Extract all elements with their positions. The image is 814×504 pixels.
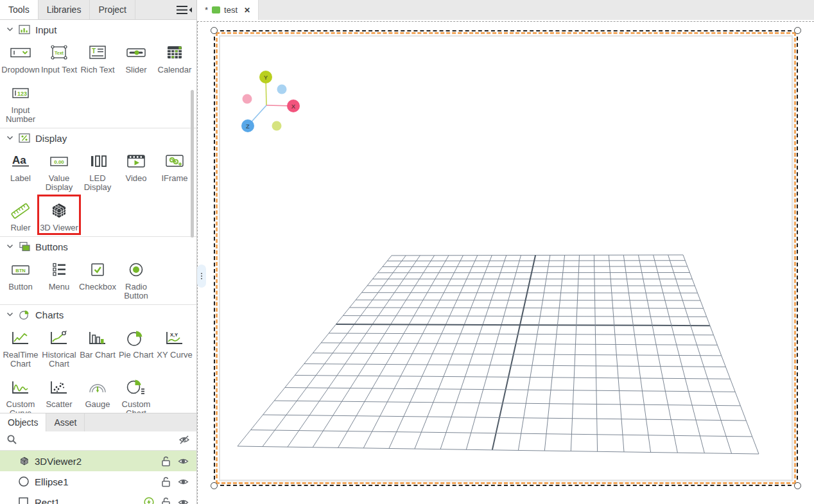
scrollbar-thumb[interactable]: [191, 90, 194, 238]
tool-3d-viewer[interactable]: 3D Viewer: [40, 197, 78, 232]
tool-label: Video: [125, 174, 146, 183]
panel-splitter-handle[interactable]: [197, 265, 206, 288]
svg-text:0.00: 0.00: [54, 159, 64, 165]
tool-label: Input Number: [1, 106, 40, 124]
objects-tabbar: Objects Asset: [0, 413, 196, 431]
tool-bar-chart[interactable]: Bar Chart: [78, 324, 117, 369]
lock-open-icon[interactable]: [161, 476, 171, 487]
section-display: DisplayAaLabel0.00Value DisplayLED Displ…: [0, 128, 196, 237]
buttons-section-icon: [19, 241, 30, 252]
svg-text:Text: Text: [55, 51, 64, 55]
page-boundary-top: [197, 21, 814, 22]
eye-icon[interactable]: [178, 498, 189, 504]
tool-label: XY Curve: [157, 351, 192, 360]
tool-led-display[interactable]: LED Display: [78, 148, 117, 192]
xy-curve-icon: X,Y: [163, 328, 186, 347]
tool-historical-chart[interactable]: Historical Chart: [40, 324, 78, 369]
tool-pie-chart[interactable]: Pie Chart: [117, 324, 155, 369]
tool-label: RealTime Chart: [1, 351, 40, 369]
tool-label: Slider: [125, 65, 146, 74]
resize-handle-bottom-right[interactable]: [794, 482, 801, 489]
resize-handle-bottom-left[interactable]: [211, 482, 218, 489]
tool-ruler[interactable]: Ruler: [1, 197, 40, 232]
chevron-down-icon[interactable]: [6, 244, 13, 249]
resize-handle-top-right[interactable]: [794, 27, 801, 34]
display-section-icon: [19, 133, 30, 143]
chevron-down-icon[interactable]: [6, 135, 13, 141]
tool-custom-chart[interactable]: Custom Chart: [117, 374, 155, 418]
dropdown-icon: [10, 43, 31, 62]
tool-label: IFrame: [161, 174, 187, 183]
object-row-rect1[interactable]: Rect1: [0, 492, 196, 504]
eye-icon[interactable]: [178, 478, 189, 486]
scatter-icon: [48, 378, 71, 397]
hide-all-eye-slash-icon[interactable]: [178, 435, 190, 447]
editor-tab-label: test: [224, 5, 238, 15]
input-section-icon: [19, 24, 30, 35]
editor-tab-test[interactable]: * test ✕: [197, 0, 259, 20]
tool-xy-curve[interactable]: X,YXY Curve: [155, 324, 194, 369]
tab-libraries[interactable]: Libraries: [39, 0, 91, 19]
historical-chart-icon: [48, 328, 71, 347]
eye-icon[interactable]: [178, 457, 189, 465]
panel-tabbar: Tools Libraries Project: [0, 0, 196, 20]
gauge-icon: [86, 378, 109, 397]
section-charts: ChartsRealTime ChartHistorical ChartBar …: [0, 305, 196, 422]
tool-rich-text[interactable]: TRich Text: [78, 39, 117, 74]
tool-gauge[interactable]: Gauge: [78, 374, 117, 418]
lock-open-icon[interactable]: [161, 456, 171, 467]
section-buttons: ButtonsBTNButtonMenuCheckboxRadio Button: [0, 237, 196, 305]
tool-custom-curve[interactable]: Custom Curve: [1, 374, 40, 418]
tool-iframe[interactable]: IFrame: [155, 148, 194, 192]
tools-palette: InputDropdownTextInput TextTRich TextSli…: [0, 20, 196, 422]
objects-search-input[interactable]: [22, 436, 173, 446]
tool-radio-button[interactable]: Radio Button: [117, 256, 155, 300]
cube-icon: [48, 201, 70, 220]
tool-calendar[interactable]: Calendar: [155, 39, 194, 74]
tool-dropdown[interactable]: Dropdown: [1, 39, 40, 74]
tool-label: Dropdown: [1, 65, 39, 74]
panel-toggle-icon[interactable]: [176, 4, 193, 16]
tool-realtime-chart[interactable]: RealTime Chart: [1, 324, 40, 369]
tool-label: Rich Text: [80, 65, 114, 74]
radio-icon: [125, 260, 147, 279]
section-input: InputDropdownTextInput TextTRich TextSli…: [0, 20, 196, 128]
chevron-down-icon[interactable]: [6, 27, 13, 32]
app-window: Tools Libraries Project InputDropdownTex…: [0, 0, 814, 504]
value-display-icon: 0.00: [48, 152, 70, 171]
tool-slider[interactable]: Slider: [117, 39, 155, 74]
tool-checkbox[interactable]: Checkbox: [78, 256, 117, 300]
lock-open-icon[interactable]: [161, 497, 171, 504]
drag-dots-icon: [201, 273, 202, 279]
tab-tools[interactable]: Tools: [0, 0, 39, 19]
ellipse-icon: [18, 476, 30, 487]
tool-input-text[interactable]: TextInput Text: [40, 39, 78, 74]
tab-asset[interactable]: Asset: [46, 413, 85, 431]
tool-label: Historical Chart: [40, 351, 78, 369]
svg-text:X,Y: X,Y: [170, 332, 178, 338]
tool-value-display[interactable]: 0.00Value Display: [40, 148, 78, 192]
tool-scatter[interactable]: Scatter: [40, 374, 78, 418]
view-icon: [212, 6, 220, 13]
editor-tabbar: * test ✕: [197, 0, 814, 20]
close-tab-icon[interactable]: ✕: [244, 6, 250, 15]
tab-project[interactable]: Project: [90, 0, 135, 19]
resize-handle-top-left[interactable]: [211, 27, 218, 34]
action-badge-icon[interactable]: [144, 497, 154, 504]
tool-input-number[interactable]: 123Input Number: [1, 80, 40, 124]
tool-label: Menu: [49, 282, 70, 291]
chevron-down-icon[interactable]: [6, 312, 13, 317]
tool-label[interactable]: AaLabel: [1, 148, 40, 192]
tool-menu[interactable]: Menu: [40, 256, 78, 300]
editor-canvas[interactable]: * test ✕ YXZ: [197, 0, 814, 504]
tool-video[interactable]: Video: [117, 148, 155, 192]
tool-button[interactable]: BTNButton: [1, 256, 40, 300]
widget-selection-outline[interactable]: [214, 30, 798, 486]
tool-label: Label: [10, 174, 31, 183]
object-row-3dviewer2[interactable]: 3DViewer2: [0, 451, 196, 471]
object-row-ellipse1[interactable]: Ellipse1: [0, 471, 196, 492]
object-name: 3DViewer2: [35, 456, 156, 467]
section-label: Display: [35, 133, 67, 144]
input-number-icon: 123: [10, 83, 31, 103]
tab-objects[interactable]: Objects: [0, 413, 46, 431]
